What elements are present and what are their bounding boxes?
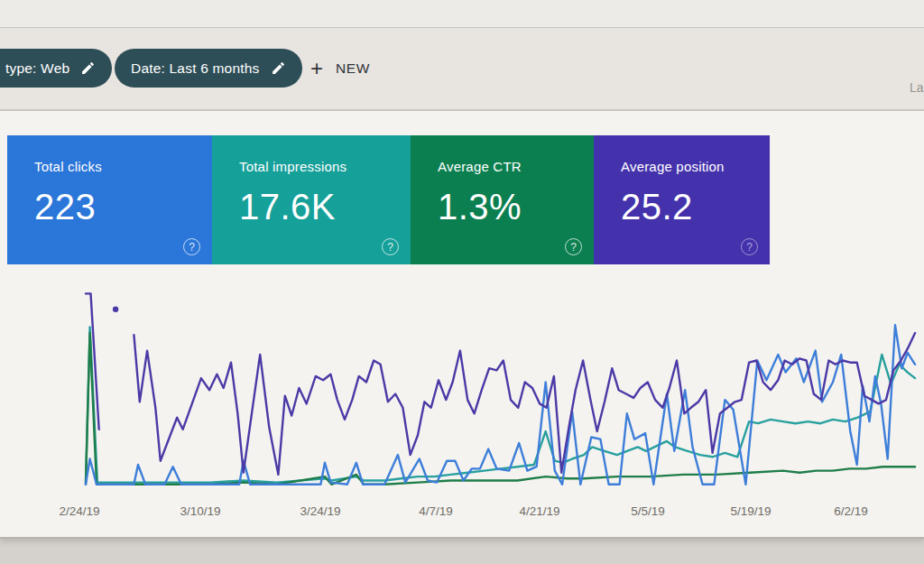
x-axis-label: 5/5/19 (631, 504, 665, 518)
performance-report-panel: Total clicks 223 ? Total impressions 17.… (0, 111, 924, 537)
x-axis-label: 3/24/19 (300, 504, 340, 518)
edit-pencil-icon[interactable] (271, 60, 286, 76)
metric-card-total-impressions[interactable]: Total impressions 17.6K ? (212, 135, 411, 264)
last-updated-text-truncated: La (910, 80, 924, 95)
help-icon[interactable]: ? (565, 238, 582, 255)
metric-value: 223 (34, 187, 212, 227)
metric-value: 25.2 (621, 187, 770, 227)
plus-icon: + (310, 58, 323, 79)
series-ctr (86, 333, 915, 485)
metric-card-average-ctr[interactable]: Average CTR 1.3% ? (411, 135, 594, 264)
filter-chip-label: type: Web (5, 60, 69, 77)
edit-pencil-icon[interactable] (80, 60, 96, 76)
metric-card-total-clicks[interactable]: Total clicks 223 ? (7, 135, 212, 264)
filter-chip-date-range[interactable]: Date: Last 6 months (115, 49, 302, 88)
series-impressions (86, 327, 915, 482)
metric-label: Average position (621, 159, 770, 174)
series-clicks (86, 325, 915, 485)
help-icon[interactable]: ? (183, 238, 200, 255)
metric-label: Total clicks (34, 159, 212, 174)
chart-lines (86, 293, 915, 484)
help-icon[interactable]: ? (382, 238, 399, 255)
metric-cards-row: Total clicks 223 ? Total impressions 17.… (7, 135, 770, 264)
performance-chart[interactable]: 2/24/193/10/193/24/194/7/194/21/195/5/19… (0, 270, 924, 536)
x-axis-label: 4/7/19 (419, 504, 453, 518)
metric-value: 1.3% (438, 187, 594, 227)
filter-chip-search-type[interactable]: type: Web (0, 49, 112, 88)
search-console-performance-screen: type: Web Date: Last 6 months + NEW La T… (0, 0, 924, 564)
metric-value: 17.6K (239, 187, 411, 227)
filter-chip-label: Date: Last 6 months (131, 60, 260, 77)
x-axis-label: 5/19/19 (730, 504, 771, 518)
metric-label: Total impressions (239, 159, 411, 174)
x-axis-label: 2/24/19 (59, 504, 99, 518)
help-icon[interactable]: ? (741, 238, 758, 255)
filter-toolbar: type: Web Date: Last 6 months + NEW La (0, 28, 924, 111)
metric-card-average-position[interactable]: Average position 25.2 ? (594, 135, 770, 264)
new-filter-label: NEW (336, 60, 370, 77)
x-axis-label: 4/21/19 (519, 504, 559, 518)
page-top-strip (0, 0, 924, 28)
chart-x-axis: 2/24/193/10/193/24/194/7/194/21/195/5/19… (59, 504, 867, 518)
series-position (134, 333, 915, 475)
x-axis-label: 3/10/19 (180, 504, 220, 518)
metric-label: Average CTR (438, 159, 594, 174)
series-position-point (113, 307, 118, 312)
new-filter-button[interactable]: + NEW (310, 49, 370, 88)
x-axis-label: 6/2/19 (834, 504, 868, 518)
